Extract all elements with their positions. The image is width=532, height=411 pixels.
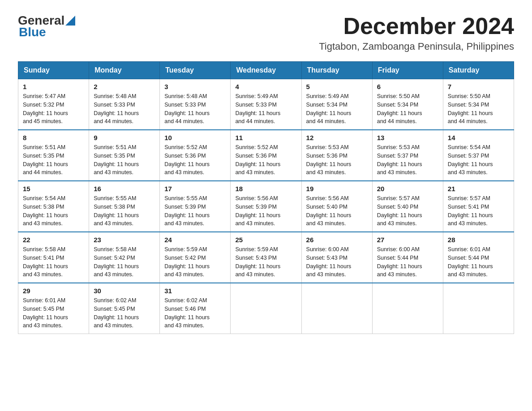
calendar-cell: 25Sunrise: 5:59 AMSunset: 5:43 PMDayligh…: [231, 232, 301, 283]
day-number: 17: [164, 185, 226, 193]
calendar-cell: [231, 283, 301, 334]
day-number: 16: [94, 185, 155, 193]
day-info: Sunrise: 5:47 AMSunset: 5:32 PMDaylight:…: [23, 92, 84, 126]
day-number: 8: [23, 134, 84, 141]
calendar-cell: 27Sunrise: 6:00 AMSunset: 5:44 PMDayligh…: [372, 232, 443, 283]
calendar-cell: 12Sunrise: 5:53 AMSunset: 5:36 PMDayligh…: [301, 130, 372, 181]
day-number: 19: [306, 185, 368, 193]
day-info: Sunrise: 5:51 AMSunset: 5:35 PMDaylight:…: [23, 143, 84, 177]
calendar-cell: 31Sunrise: 6:02 AMSunset: 5:46 PMDayligh…: [160, 283, 231, 334]
day-number: 20: [377, 185, 438, 193]
day-info: Sunrise: 5:48 AMSunset: 5:33 PMDaylight:…: [164, 92, 226, 126]
day-number: 7: [448, 83, 509, 90]
calendar-cell: 8Sunrise: 5:51 AMSunset: 5:35 PMDaylight…: [18, 130, 89, 181]
day-number: 26: [306, 236, 368, 244]
day-info: Sunrise: 5:50 AMSunset: 5:34 PMDaylight:…: [377, 92, 438, 126]
day-info: Sunrise: 5:57 AMSunset: 5:40 PMDaylight:…: [377, 194, 438, 228]
calendar-cell: 19Sunrise: 5:56 AMSunset: 5:40 PMDayligh…: [301, 181, 372, 232]
day-info: Sunrise: 5:52 AMSunset: 5:36 PMDaylight:…: [235, 143, 296, 177]
col-header-thursday: Thursday: [301, 62, 372, 79]
day-number: 18: [235, 185, 296, 193]
calendar-cell: 26Sunrise: 6:00 AMSunset: 5:43 PMDayligh…: [301, 232, 372, 283]
day-number: 2: [94, 83, 155, 90]
calendar-cell: 28Sunrise: 6:01 AMSunset: 5:44 PMDayligh…: [443, 232, 514, 283]
calendar-cell: 5Sunrise: 5:49 AMSunset: 5:34 PMDaylight…: [301, 79, 372, 130]
calendar-cell: 29Sunrise: 6:01 AMSunset: 5:45 PMDayligh…: [18, 283, 89, 334]
calendar-cell: 24Sunrise: 5:59 AMSunset: 5:42 PMDayligh…: [160, 232, 231, 283]
calendar-cell: 23Sunrise: 5:58 AMSunset: 5:42 PMDayligh…: [89, 232, 160, 283]
day-info: Sunrise: 5:58 AMSunset: 5:42 PMDaylight:…: [94, 245, 155, 279]
day-info: Sunrise: 5:50 AMSunset: 5:34 PMDaylight:…: [448, 92, 509, 126]
day-info: Sunrise: 5:59 AMSunset: 5:43 PMDaylight:…: [235, 245, 296, 279]
day-info: Sunrise: 6:00 AMSunset: 5:43 PMDaylight:…: [306, 245, 368, 279]
day-number: 3: [164, 83, 226, 90]
header: General Blue December 2024 Tigtabon, Zam…: [18, 13, 514, 52]
calendar-week-row: 8Sunrise: 5:51 AMSunset: 5:35 PMDaylight…: [18, 130, 514, 181]
day-info: Sunrise: 5:56 AMSunset: 5:39 PMDaylight:…: [235, 194, 296, 228]
day-number: 27: [377, 236, 438, 244]
calendar-cell: 2Sunrise: 5:48 AMSunset: 5:33 PMDaylight…: [89, 79, 160, 130]
calendar-cell: 22Sunrise: 5:58 AMSunset: 5:41 PMDayligh…: [18, 232, 89, 283]
day-info: Sunrise: 5:52 AMSunset: 5:36 PMDaylight:…: [164, 143, 226, 177]
logo-blue: Blue: [18, 26, 75, 39]
calendar-cell: 9Sunrise: 5:51 AMSunset: 5:35 PMDaylight…: [89, 130, 160, 181]
day-number: 22: [23, 236, 84, 244]
day-number: 24: [164, 236, 226, 244]
day-info: Sunrise: 5:53 AMSunset: 5:37 PMDaylight:…: [377, 143, 438, 177]
day-info: Sunrise: 5:55 AMSunset: 5:39 PMDaylight:…: [164, 194, 226, 228]
day-info: Sunrise: 5:56 AMSunset: 5:40 PMDaylight:…: [306, 194, 368, 228]
calendar-cell: 18Sunrise: 5:56 AMSunset: 5:39 PMDayligh…: [231, 181, 301, 232]
day-info: Sunrise: 6:02 AMSunset: 5:46 PMDaylight:…: [164, 296, 226, 330]
day-number: 1: [23, 83, 84, 90]
day-number: 29: [23, 287, 84, 295]
calendar-cell: 10Sunrise: 5:52 AMSunset: 5:36 PMDayligh…: [160, 130, 231, 181]
day-number: 15: [23, 185, 84, 193]
day-number: 23: [94, 236, 155, 244]
calendar-cell: [301, 283, 372, 334]
day-number: 5: [306, 83, 368, 90]
calendar-cell: 16Sunrise: 5:55 AMSunset: 5:38 PMDayligh…: [89, 181, 160, 232]
calendar-cell: 20Sunrise: 5:57 AMSunset: 5:40 PMDayligh…: [372, 181, 443, 232]
day-info: Sunrise: 6:01 AMSunset: 5:45 PMDaylight:…: [23, 296, 84, 330]
col-header-monday: Monday: [89, 62, 160, 79]
day-number: 28: [448, 236, 509, 244]
calendar-week-row: 15Sunrise: 5:54 AMSunset: 5:38 PMDayligh…: [18, 181, 514, 232]
calendar-cell: [443, 283, 514, 334]
calendar-cell: 1Sunrise: 5:47 AMSunset: 5:32 PMDaylight…: [18, 79, 89, 130]
day-info: Sunrise: 5:49 AMSunset: 5:33 PMDaylight:…: [235, 92, 296, 126]
day-info: Sunrise: 5:57 AMSunset: 5:41 PMDaylight:…: [448, 194, 509, 228]
day-info: Sunrise: 5:59 AMSunset: 5:42 PMDaylight:…: [164, 245, 226, 279]
calendar-cell: 14Sunrise: 5:54 AMSunset: 5:37 PMDayligh…: [443, 130, 514, 181]
calendar-cell: 15Sunrise: 5:54 AMSunset: 5:38 PMDayligh…: [18, 181, 89, 232]
calendar-header-row: SundayMondayTuesdayWednesdayThursdayFrid…: [18, 62, 514, 79]
col-header-sunday: Sunday: [18, 62, 89, 79]
svg-marker-0: [65, 16, 75, 26]
calendar-cell: 7Sunrise: 5:50 AMSunset: 5:34 PMDaylight…: [443, 79, 514, 130]
col-header-friday: Friday: [372, 62, 443, 79]
calendar-week-row: 1Sunrise: 5:47 AMSunset: 5:32 PMDaylight…: [18, 79, 514, 130]
day-number: 6: [377, 83, 438, 90]
calendar-cell: 11Sunrise: 5:52 AMSunset: 5:36 PMDayligh…: [231, 130, 301, 181]
calendar-cell: 17Sunrise: 5:55 AMSunset: 5:39 PMDayligh…: [160, 181, 231, 232]
day-info: Sunrise: 5:51 AMSunset: 5:35 PMDaylight:…: [94, 143, 155, 177]
day-info: Sunrise: 5:48 AMSunset: 5:33 PMDaylight:…: [94, 92, 155, 126]
calendar-cell: 3Sunrise: 5:48 AMSunset: 5:33 PMDaylight…: [160, 79, 231, 130]
day-number: 9: [94, 134, 155, 141]
day-info: Sunrise: 6:01 AMSunset: 5:44 PMDaylight:…: [448, 245, 509, 279]
calendar-week-row: 29Sunrise: 6:01 AMSunset: 5:45 PMDayligh…: [18, 283, 514, 334]
calendar-cell: 6Sunrise: 5:50 AMSunset: 5:34 PMDaylight…: [372, 79, 443, 130]
day-number: 13: [377, 134, 438, 141]
day-info: Sunrise: 6:02 AMSunset: 5:45 PMDaylight:…: [94, 296, 155, 330]
location-title: Tigtabon, Zamboanga Peninsula, Philippin…: [319, 41, 514, 52]
title-area: December 2024 Tigtabon, Zamboanga Penins…: [319, 13, 514, 52]
day-info: Sunrise: 5:49 AMSunset: 5:34 PMDaylight:…: [306, 92, 368, 126]
day-info: Sunrise: 5:53 AMSunset: 5:36 PMDaylight:…: [306, 143, 368, 177]
day-number: 11: [235, 134, 296, 141]
day-number: 12: [306, 134, 368, 141]
col-header-tuesday: Tuesday: [160, 62, 231, 79]
calendar-cell: [372, 283, 443, 334]
day-number: 31: [164, 287, 226, 295]
day-number: 21: [448, 185, 509, 193]
day-number: 4: [235, 83, 296, 90]
calendar-cell: 4Sunrise: 5:49 AMSunset: 5:33 PMDaylight…: [231, 79, 301, 130]
